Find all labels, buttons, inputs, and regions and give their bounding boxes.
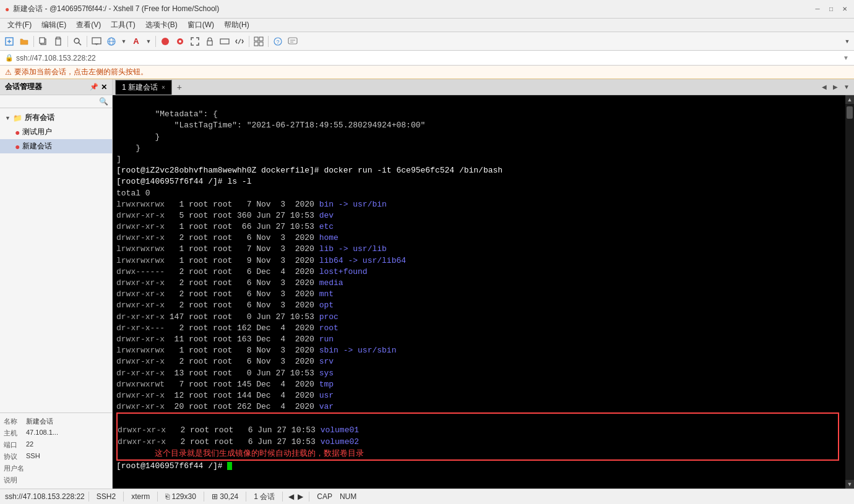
toolbar-chat[interactable] [286,35,300,48]
tab-add-button[interactable]: + [173,81,186,93]
window-controls: ─ □ ✕ [813,5,849,14]
terminal-line-sbin: lrwxrwxrwx 1 root root 8 Nov 3 2020 sbin… [116,346,396,355]
info-user-label: 用户名 [4,464,26,473]
toolbar-font-dropdown[interactable]: ▼ [144,35,153,48]
terminal-highlighted-rows: drwxr-xr-x 2 root root 6 Jun 27 10:53 vo… [116,412,839,461]
toolbar-search[interactable] [71,35,84,48]
toolbar-script[interactable] [233,35,246,48]
toolbar-globe-dropdown[interactable]: ▼ [119,35,128,48]
session-panel-pin[interactable]: 📌 [90,83,98,92]
status-cap: CAP [313,492,336,501]
session-label-new: 新建会话 [22,141,52,152]
toolbar-font[interactable]: A [129,35,143,48]
menu-window[interactable]: 窗口(W) [183,19,219,32]
scroll-up-button[interactable]: ▲ [845,95,854,104]
maximize-button[interactable]: □ [827,5,835,14]
toolbar-copy[interactable] [37,35,50,48]
toolbar-paste[interactable] [51,35,65,48]
menu-help[interactable]: 帮助(H) [219,19,254,32]
svg-point-15 [162,38,169,45]
svg-rect-5 [56,38,61,45]
session-label-test: 测试用户 [22,127,52,137]
toolbar-lock[interactable] [203,35,217,48]
info-port-label: 端口 [4,440,26,450]
info-user-value [26,464,108,473]
terminal-line-mnt: drwxr-xr-x 2 root root 6 Nov 3 2020 mnt [116,289,334,299]
terminal-line-metadata2: "LastTagTime": "2021-06-27T18:49:55.2802… [116,121,425,130]
toolbar-folder[interactable] [17,35,31,48]
toolbar-layout[interactable] [252,35,265,48]
toolbar-new[interactable] [2,35,16,48]
terminal-line-sys: dr-xr-xr-x 13 root root 0 Jun 27 10:53 s… [116,369,334,378]
info-protocol-value: SSH [26,452,108,461]
svg-line-8 [79,43,81,45]
status-sep-2 [123,492,124,502]
tab-1-label: 1 新建会话 [122,82,158,93]
status-sep-3 [157,492,158,502]
terminal-line-volume01: drwxr-xr-x 2 root root 6 Jun 27 10:53 vo… [118,425,359,435]
session-search-input[interactable] [4,97,99,106]
session-tree: ▼ 📁 所有会话 ● 测试用户 ● 新建会话 [0,108,112,412]
address-text: ssh://47.108.153.228:22 [16,54,96,62]
menu-view[interactable]: 查看(V) [71,19,106,32]
tab-menu-button[interactable]: ▼ [842,81,852,93]
toolbar-keyboard[interactable] [218,35,231,48]
toolbar-help[interactable]: ? [271,35,285,48]
session-tree-root[interactable]: ▼ 📁 所有会话 [0,111,112,125]
session-panel-title: 会话管理器 [5,82,42,92]
terminal-line-lib64: lrwxrwxrwx 1 root root 9 Nov 3 2020 lib6… [116,256,406,265]
tab-next-button[interactable]: ▶ [830,81,840,93]
info-bar: ⚠ 要添加当前会话，点击左侧的箭头按钮。 [0,66,854,79]
svg-rect-32 [288,38,297,44]
terminal-line-docker-run: [root@iZ2vc28obhvfham8wewhh0Z dockerfile… [116,166,502,175]
terminal-line-bin: lrwxrwxrwx 1 root root 7 Nov 3 2020 bin … [116,200,387,209]
toolbar-globe[interactable] [105,35,118,48]
terminal-line-home: drwxr-xr-x 2 root root 6 Nov 3 2020 home [116,233,339,242]
minimize-button[interactable]: ─ [813,5,822,14]
svg-rect-19 [220,39,229,44]
terminal-line-srv: drwxr-xr-x 2 root root 6 Nov 3 2020 srv [116,357,334,366]
info-row-name: 名称 新建会话 [4,416,108,427]
tab-1[interactable]: 1 新建会话 × [115,80,172,95]
menu-edit[interactable]: 编辑(E) [37,19,71,32]
info-port-value: 22 [26,440,108,450]
session-item-new[interactable]: ● 新建会话 [0,139,112,153]
menu-tabs[interactable]: 选项卡(B) [140,19,183,32]
terminal-line-tmp: drwxrwxrwt 7 root root 145 Dec 4 2020 tm… [116,380,334,389]
status-nav-prev[interactable]: ◀ [287,492,296,501]
info-host-value: 47.108.1... [26,429,108,438]
toolbar-overflow[interactable]: ▼ [843,35,852,48]
info-row-user: 用户名 [4,463,108,474]
session-search: 🔍 [0,95,112,108]
annotation-text: 这个目录就是我们生成镜像的时候自动挂载的，数据卷目录 [155,448,364,458]
tab-1-close[interactable]: × [162,84,165,91]
scroll-thumb[interactable] [847,106,853,119]
address-dropdown[interactable]: ▼ [843,54,849,61]
terminal-line-media: drwxr-xr-x 2 root root 6 Nov 3 2020 medi… [116,278,343,288]
terminal[interactable]: "Metadata": { "LastTagTime": "2021-06-27… [113,95,845,489]
toolbar-record[interactable] [173,35,187,48]
svg-rect-6 [56,37,60,39]
terminal-line-var: drwxr-xr-x 20 root root 262 Dec 4 2020 v… [116,402,334,411]
toolbar-red-circle[interactable] [158,35,172,48]
terminal-scrollbar[interactable]: ▲ ▼ [845,95,854,489]
scroll-down-button[interactable]: ▼ [845,480,854,489]
terminal-line-ls: [root@1406957f6f44 /]# ls -l [116,177,251,186]
toolbar-separator-2 [67,36,68,47]
session-panel-close[interactable]: ✕ [101,83,107,92]
info-desc-value [26,476,108,485]
app-icon: ● [5,5,9,14]
toolbar-fullscreen[interactable] [188,35,202,48]
info-text: 要添加当前会话，点击左侧的箭头按钮。 [14,67,148,77]
close-button[interactable]: ✕ [840,5,849,14]
status-nav-next[interactable]: ▶ [296,492,305,501]
terminal-last-prompt: [root@1406957f6f44 /]# [116,461,232,471]
toolbar-monitor[interactable] [90,35,103,48]
menu-tools[interactable]: 工具(T) [106,19,140,32]
menu-file[interactable]: 文件(F) [2,19,37,32]
cursor [227,462,232,470]
session-item-test[interactable]: ● 测试用户 [0,125,112,139]
status-protocol: SSH2 [93,492,119,501]
tab-prev-button[interactable]: ◀ [819,81,829,93]
toolbar-separator-1 [33,36,34,47]
